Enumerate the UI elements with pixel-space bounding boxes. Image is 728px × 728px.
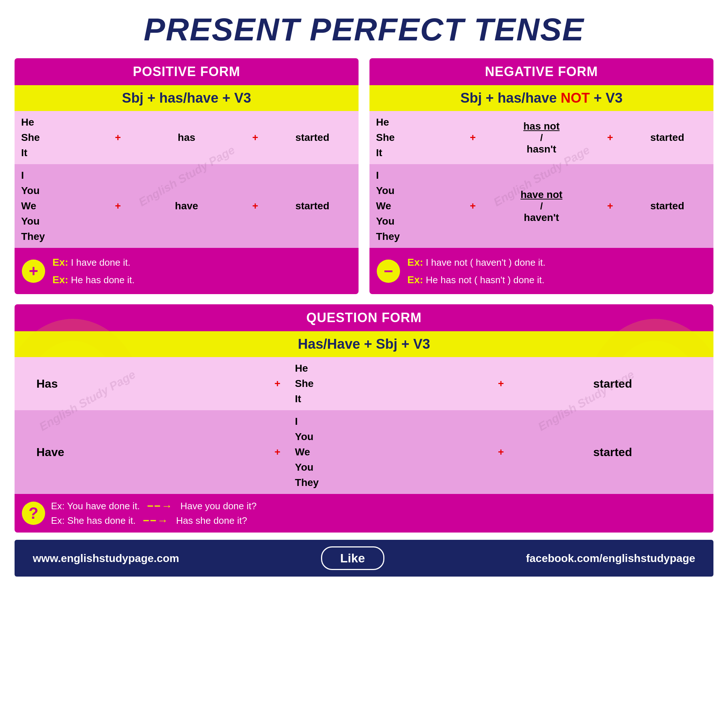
question-result-2: started xyxy=(512,410,713,494)
positive-subjects-2: IYouWeYouThey xyxy=(15,164,107,248)
positive-ex2-text: He has done it. xyxy=(71,274,135,285)
positive-example-text: Ex: I have done it. Ex: He has done it. xyxy=(52,254,135,288)
negative-example-text: Ex: I have not ( haven't ) done it. Ex: … xyxy=(407,254,546,288)
positive-subjects-1: HeSheIt xyxy=(15,111,107,164)
question-ex1-text: You have done it. xyxy=(67,500,140,511)
negative-plus-2: + xyxy=(462,164,484,248)
negative-verb-1: has not / hasn't xyxy=(484,111,599,164)
positive-plus2-2: + xyxy=(244,164,266,248)
page: PRESENT PERFECT TENSE English Study Page… xyxy=(0,0,728,728)
positive-ex1-text: I have done it. xyxy=(71,257,130,268)
question-row-1: Has + HeSheIt + started xyxy=(15,357,713,410)
negative-ex1-label: Ex: xyxy=(407,257,423,268)
negative-havenot-wrap: have not / haven't xyxy=(490,189,593,223)
negative-formula: Sbj + has/have NOT + V3 xyxy=(369,85,713,111)
question-ex1-label: Ex: xyxy=(51,500,65,511)
main-title: PRESENT PERFECT TENSE xyxy=(15,11,713,48)
negative-hasnot-line1: has not xyxy=(523,121,560,132)
negative-plus2-2: + xyxy=(599,164,621,248)
like-button[interactable]: Like xyxy=(321,546,384,570)
positive-verb-2: have xyxy=(129,164,244,248)
positive-result-2: started xyxy=(266,164,359,248)
positive-result-1: started xyxy=(266,111,359,164)
question-subjects-1: HeSheIt xyxy=(288,357,490,410)
positive-plus-1: + xyxy=(107,111,129,164)
negative-result-1: started xyxy=(621,111,713,164)
negative-result-2: started xyxy=(621,164,713,248)
question-row-2: Have + IYouWeYouThey + started xyxy=(15,410,713,494)
positive-row-1: HeSheIt + has + started xyxy=(15,111,359,164)
question-ex1-row: Ex: You have done it. −−→ Have you done … xyxy=(51,500,257,512)
negative-ex1-text: I have not ( haven't ) done it. xyxy=(426,257,546,268)
positive-verb-1: has xyxy=(129,111,244,164)
question-sign: ? xyxy=(22,502,45,525)
negative-ex2-text: He has not ( hasn't ) done it. xyxy=(426,274,544,285)
question-arrow-2: −−→ xyxy=(143,514,169,527)
positive-ex2-label: Ex: xyxy=(52,274,69,285)
question-verb-1: Has xyxy=(15,357,266,410)
question-plus-1: + xyxy=(266,357,288,410)
negative-header: NEGATIVE FORM xyxy=(369,58,713,85)
question-plus-2: + xyxy=(266,410,288,494)
question-content: English Study Page English Study Page Ha… xyxy=(15,357,713,494)
question-example-block: Ex: You have done it. −−→ Have you done … xyxy=(51,500,257,527)
negative-row-1: HeSheIt + has not / hasn't + started xyxy=(369,111,713,164)
negative-not: NOT xyxy=(561,90,590,106)
question-subjects-2: IYouWeYouThey xyxy=(288,410,490,494)
negative-subjects-2: IYouWeYouThey xyxy=(369,164,462,248)
negative-ex2-label: Ex: xyxy=(407,274,423,285)
positive-header: POSITIVE FORM xyxy=(15,58,359,85)
question-plus2-1: + xyxy=(490,357,512,410)
positive-ex1-label: Ex: xyxy=(52,257,69,268)
footer-right: facebook.com/englishstudypage xyxy=(526,552,695,564)
question-examples: ? Ex: You have done it. −−→ Have you don… xyxy=(15,494,713,532)
footer-left: www.englishstudypage.com xyxy=(33,552,179,564)
negative-table: HeSheIt + has not / hasn't + started IYo… xyxy=(369,111,713,248)
positive-formula: Sbj + has/have + V3 xyxy=(15,85,359,111)
negative-plus2-1: + xyxy=(599,111,621,164)
negative-subjects-1: HeSheIt xyxy=(369,111,462,164)
negative-havenot-line1: have not xyxy=(520,189,562,200)
question-ex2-text: She has done it. xyxy=(67,515,136,526)
question-result-1: started xyxy=(512,357,713,410)
question-ex2-result: Has she done it? xyxy=(176,515,247,526)
question-ex2-label: Ex: xyxy=(51,515,65,526)
positive-panel: English Study Page POSITIVE FORM Sbj + h… xyxy=(15,58,359,294)
negative-panel: English Study Page NEGATIVE FORM Sbj + h… xyxy=(369,58,713,294)
positive-row-2: IYouWeYouThey + have + started xyxy=(15,164,359,248)
positive-plus2-1: + xyxy=(244,111,266,164)
question-ex2-full: Ex: She has done it. xyxy=(51,515,136,526)
negative-plus-1: + xyxy=(462,111,484,164)
question-panel: QUESTION FORM Has/Have + Sbj + V3 Englis… xyxy=(15,304,713,532)
negative-sign: − xyxy=(377,260,400,283)
positive-sign: + xyxy=(22,260,45,283)
negative-row-2: IYouWeYouThey + have not / haven't + sta… xyxy=(369,164,713,248)
positive-examples: + Ex: I have done it. Ex: He has done it… xyxy=(15,248,359,294)
question-ex1-result: Have you done it? xyxy=(180,500,257,512)
question-ex1-full: Ex: You have done it. xyxy=(51,500,140,512)
positive-plus-2: + xyxy=(107,164,129,248)
negative-havenot-line2: haven't xyxy=(524,212,559,223)
negative-hasnot-wrap: has not / hasn't xyxy=(490,121,593,155)
footer: www.englishstudypage.com Like facebook.c… xyxy=(15,540,713,577)
question-verb-2: Have xyxy=(15,410,266,494)
negative-examples: − Ex: I have not ( haven't ) done it. Ex… xyxy=(369,248,713,294)
question-plus2-2: + xyxy=(490,410,512,494)
question-table: Has + HeSheIt + started Have + IYouWeYou… xyxy=(15,357,713,494)
negative-verb-2: have not / haven't xyxy=(484,164,599,248)
positive-table: HeSheIt + has + started IYouWeYouThey + … xyxy=(15,111,359,248)
question-arrow-1: −−→ xyxy=(147,500,173,512)
negative-hasnot-line2: hasn't xyxy=(527,144,556,155)
top-panels: English Study Page POSITIVE FORM Sbj + h… xyxy=(15,58,713,294)
question-ex2-row: Ex: She has done it. −−→ Has she done it… xyxy=(51,514,257,527)
